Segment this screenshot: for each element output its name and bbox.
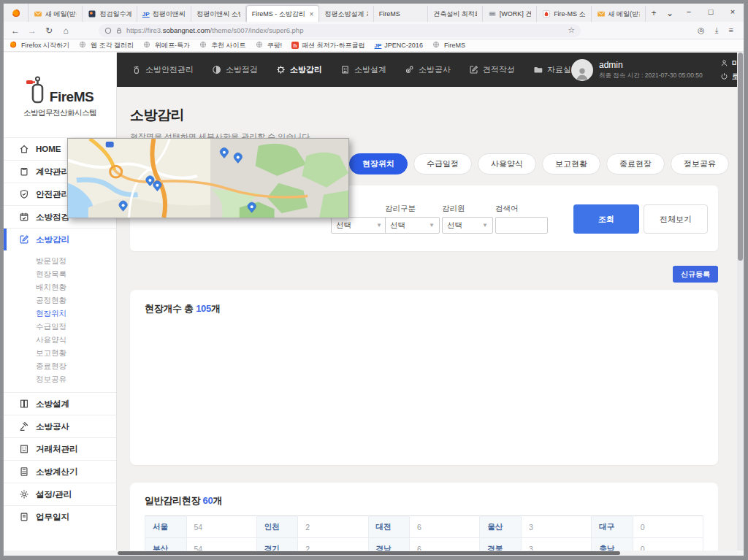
sidebar-subitem-보고현황[interactable]: 보고현황 [4,347,116,360]
bookmark-item-3[interactable]: 추천 사이트 [199,41,246,50]
back-icon[interactable]: ← [9,26,21,36]
header-nav-견적작성[interactable]: 견적작성 [469,64,515,75]
tab-pill-현장위치[interactable]: 현장위치 [349,153,408,174]
sidebar-item-소방공사[interactable]: 소방공사 [4,415,116,437]
firefox-icon[interactable] [4,4,28,22]
logo-subtitle: 소방업무전산화시스템 [23,108,96,118]
bookmark-item-6[interactable]: JPJPENC-2016 [375,42,423,49]
edit-square-icon [469,65,478,74]
tab-close-icon[interactable]: × [308,10,314,18]
bookmark-item-1[interactable]: 웹 조각 갤러리 [79,41,134,50]
browser-tab-6[interactable]: FireMS [374,6,428,22]
home-icon[interactable]: ⌂ [60,26,72,36]
mail-favicon [597,9,606,18]
downloads-icon[interactable]: ⤓ [715,26,719,35]
header-nav-소방설계[interactable]: 소방설계 [340,64,386,75]
region-table-card: 일반감리현장 60개 서울54인천2대전6울산3대구0부산54경기2경남6경북3… [130,483,718,551]
forward-icon[interactable]: → [26,26,38,36]
reload-icon[interactable]: ↻ [43,26,55,36]
lock-icon[interactable] [115,27,123,34]
url-input[interactable]: https://fire3.sobangnet.com/theme/s007/i… [99,24,581,37]
browser-window: 새 메일(받은메일점검일수계산기JP정평이앤씨 소방정평이앤씨 소방안전Fire… [3,3,744,556]
header-nav-자료실[interactable]: 자료실 [533,64,571,75]
sidebar-item-소방감리[interactable]: 소방감리 [4,228,116,250]
browser-tab-0[interactable]: 새 메일(받은메일 [28,6,83,22]
browser-tab-2[interactable]: JP정평이앤씨 소방 [137,6,191,22]
tab-label: Fire-MS 소방넷 [554,9,585,19]
table-row: 부산54경기2경남6경북3충남0 [145,538,703,551]
sidebar-subitem-수급일정[interactable]: 수급일정 [4,321,116,334]
sidebar-item-업무일지[interactable]: 업무일지 [4,505,116,528]
minimize-button[interactable]: − [678,4,700,20]
tab-pill-보고현황[interactable]: 보고현황 [542,153,600,174]
app-header: 소방안전관리소방점검소방감리소방설계소방공사견적작성자료실 admin 최종 접… [117,53,737,87]
site-count-title: 현장개수 총 105개 [145,302,703,315]
keyword-input[interactable] [495,217,548,234]
shield-permissions-icon[interactable] [104,27,112,34]
sidebar-subitem-사용양식[interactable]: 사용양식 [4,334,116,347]
browser-tab-3[interactable]: 정평이앤씨 소방안전 [191,6,245,22]
sidebar-item-거래처관리[interactable]: 거래처관리 [4,437,116,460]
browser-tab-1[interactable]: 점검일수계산기 [83,6,137,22]
header-nav-소방안전관리[interactable]: 소방안전관리 [131,64,194,75]
header-nav-소방공사[interactable]: 소방공사 [405,64,451,75]
vertical-scrollbar-thumb[interactable] [738,53,743,261]
tab-label: 건축설비 최적화 시스 [433,9,476,19]
pocket-icon[interactable]: ◎ [698,26,705,35]
menu-icon[interactable]: ≡ [729,26,733,35]
browser-tab-10[interactable]: 새 메일(받은메일 [592,6,646,22]
globe-favicon [256,41,264,50]
search-button[interactable]: 조회 [573,204,639,234]
browser-tab-8[interactable]: [WORK] 건축설비 [483,6,537,22]
header-nav-소방감리[interactable]: 소방감리 [276,64,322,75]
vertical-scrollbar[interactable] [737,53,744,551]
header-nav-소방점검[interactable]: 소방점검 [212,64,258,75]
sidebar-subitem-공정현황[interactable]: 공정현황 [4,294,116,307]
extinguisher-icon [131,65,141,74]
bookmark-item-5[interactable]: h패션 최저가-하프클럽 [291,41,365,50]
filter-select-2[interactable]: 선택▼ [442,217,493,234]
sidebar-item-소방설계[interactable]: 소방설계 [4,392,116,415]
tab-list-button[interactable]: ⌄ [662,8,678,18]
browser-tab-7[interactable]: 건축설비 최적화 시스 [428,6,482,22]
browser-tab-4[interactable]: FireMS - 소방감리× [246,5,320,22]
filter-select-1[interactable]: 선택▼ [385,217,440,234]
bookmark-item-0[interactable]: Firefox 시작하기 [9,41,69,50]
browser-tab-5[interactable]: 정평소방설계 프로그 [319,6,373,22]
maximize-button[interactable]: □ [700,4,722,20]
sidebar-subitem-방문일정[interactable]: 방문일정 [4,255,116,268]
sidebar-subitem-종료현장[interactable]: 종료현장 [4,360,116,373]
sidebar-item-설정/관리[interactable]: 설정/관리 [4,483,116,505]
close-button[interactable]: × [722,4,744,20]
tab-pill-종료현장[interactable]: 종료현장 [606,153,665,174]
bookmark-item-4[interactable]: 쿠팡! [256,41,283,50]
horizontal-scrollbar[interactable] [4,551,737,556]
tab-pill-사용양식[interactable]: 사용양식 [478,153,536,174]
last-access-time: 최종 접속 시간 : 2021-07-30 05:00:50 [599,72,703,80]
bookmark-item-7[interactable]: FireMS [432,41,465,50]
sidebar-subitem-정보공유[interactable]: 정보공유 [4,373,116,386]
new-register-button[interactable]: 신규등록 [673,266,718,283]
map-overlay[interactable] [67,138,349,218]
app-logo[interactable]: FireMS 소방업무전산화시스템 [4,53,116,137]
view-all-button[interactable]: 전체보기 [644,204,708,234]
tab-pill-정보공유[interactable]: 정보공유 [671,153,729,174]
calendar-check-icon [19,212,29,222]
tab-pill-수급일정[interactable]: 수급일정 [413,153,472,174]
new-tab-button[interactable]: + [646,8,662,18]
sidebar-subitem-현장목록[interactable]: 현장목록 [4,268,116,281]
bookmark-item-2[interactable]: 위메프-특가 [143,41,190,50]
mail-favicon [34,9,42,18]
horizontal-scrollbar-thumb[interactable] [118,551,620,555]
gear-icon [276,65,286,74]
region-cell: 충남 [592,538,633,551]
sidebar-subitem-배치현황[interactable]: 배치현황 [4,281,116,294]
user-info[interactable]: admin 최종 접속 시간 : 2021-07-30 05:00:50 [571,59,703,81]
sidebar-subitem-현장위치[interactable]: 현장위치 [4,307,116,321]
jp-favicon: JP [142,11,150,18]
browser-tab-9[interactable]: Fire-MS 소방넷 [537,6,591,22]
gears-icon [405,65,414,74]
bookmark-star-icon[interactable]: ☆ [568,26,575,35]
filter-select-0[interactable]: 선택▼ [331,217,387,234]
sidebar-item-소방계산기[interactable]: 소방계산기 [4,460,116,483]
